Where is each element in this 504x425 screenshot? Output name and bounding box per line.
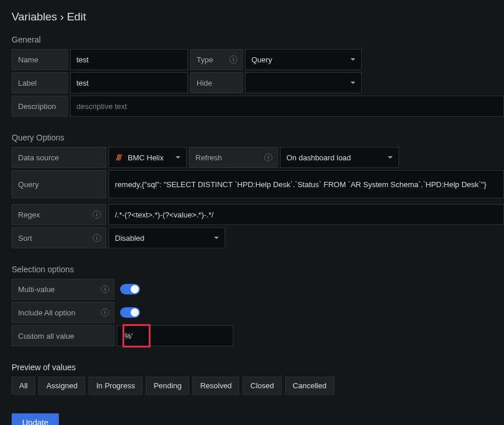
label-description: Description [12,96,68,117]
section-general: General [12,35,504,44]
label-input[interactable] [70,72,188,93]
label-regex: Regex i [12,204,106,225]
preview-tag: Assigned [38,377,85,395]
data-source-select[interactable]: BMC Helix [108,147,187,168]
label-type: Type i [190,49,243,70]
chevron-down-icon [176,156,180,159]
preview-tag: Cancelled [285,377,334,395]
description-input[interactable] [70,96,504,117]
info-icon: i [229,55,237,64]
label-multi-value: Multi-value i [12,279,114,300]
update-button[interactable]: Update [12,413,59,425]
label-custom-all: Custom all value [12,325,114,346]
name-input[interactable] [70,49,188,70]
info-icon: i [93,210,101,219]
label-query: Query [12,170,106,198]
page-title: Variables › Edit [12,10,504,23]
sort-select[interactable]: Disabled [108,227,225,248]
section-preview: Preview of values [12,363,504,372]
chevron-down-icon [351,82,355,84]
label-hide: Hide [190,72,243,93]
preview-tag: Resolved [192,377,239,395]
preview-tag: In Progress [89,377,142,395]
section-selection-options: Selection options [12,265,504,274]
label-refresh: Refresh i [189,147,278,168]
type-select[interactable]: Query [245,49,362,70]
regex-input[interactable] [108,204,504,225]
chevron-down-icon [388,156,393,159]
query-input[interactable] [108,170,504,198]
include-all-toggle[interactable] [120,307,140,318]
info-icon: i [264,153,272,161]
refresh-select[interactable]: On dashboard load [280,147,399,168]
hide-select[interactable] [245,72,362,93]
chevron-down-icon [351,58,355,61]
custom-all-input[interactable] [117,325,233,346]
preview-tag: Pending [146,377,189,395]
preview-tag: Closed [243,377,281,395]
label-data-source: Data source [12,147,106,168]
section-query-options: Query Options [12,133,504,142]
chevron-down-icon [214,237,219,239]
preview-tag-list: AllAssignedIn ProgressPendingResolvedClo… [12,377,504,395]
label-sort: Sort i [12,227,106,248]
label-label: Label [12,72,68,93]
info-icon: i [93,234,101,242]
preview-tag: All [12,377,35,395]
label-include-all: Include All option i [12,302,114,323]
multi-value-toggle[interactable] [120,284,140,294]
info-icon: i [101,285,109,293]
label-name: Name [12,49,68,70]
bmc-icon [115,153,123,161]
info-icon: i [101,308,109,317]
